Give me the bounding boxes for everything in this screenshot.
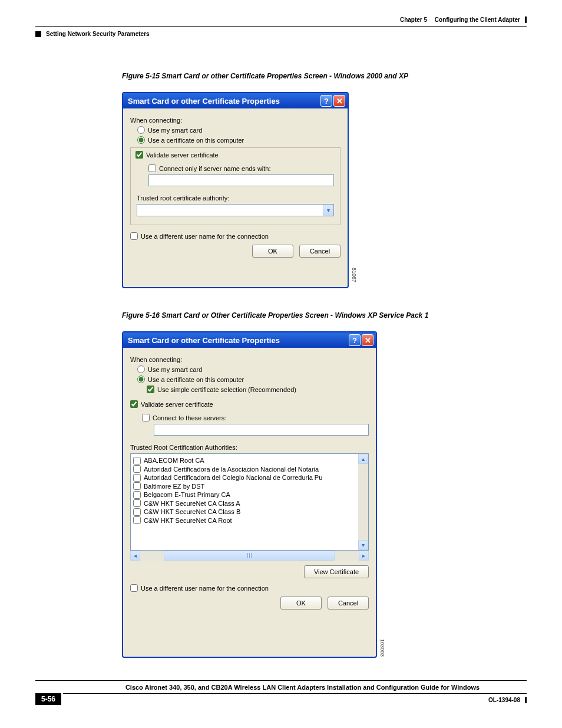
checkbox-diff-username[interactable] (130, 232, 138, 240)
ca-item-label: Autoridad Certificadora del Colegio Naci… (144, 474, 322, 481)
list-item[interactable]: ABA.ECOM Root CA (133, 457, 356, 465)
dialog-cert-props-win2000xp: Smart Card or other Certificate Properti… (122, 92, 349, 288)
server-name-input[interactable] (148, 174, 334, 186)
cancel-button[interactable]: Cancel (299, 245, 340, 258)
chapter-title: Configuring the Client Adapter (435, 17, 520, 23)
ca-item-label: ABA.ECOM Root CA (144, 457, 204, 464)
ca-checkbox[interactable] (133, 516, 141, 524)
ca-item-label: Baltimore EZ by DST (144, 483, 204, 490)
checkbox-validate-server[interactable] (135, 151, 143, 159)
section-marker (35, 31, 41, 37)
checkbox-diff-username[interactable] (130, 584, 138, 592)
radio-cert-computer[interactable] (137, 375, 145, 383)
help-icon[interactable]: ? (320, 95, 332, 107)
radio-smart-card[interactable] (137, 365, 145, 373)
checkbox-connect-only-if-label: Connect only if server name ends with: (159, 165, 271, 172)
radio-cert-computer-label: Use a certificate on this computer (148, 137, 244, 144)
ca-checkbox[interactable] (133, 491, 141, 499)
footer-guide-title: Cisco Aironet 340, 350, and CB20A Wirele… (78, 684, 527, 691)
list-item[interactable]: Baltimore EZ by DST (133, 482, 356, 490)
scroll-up-icon[interactable]: ▴ (358, 454, 368, 464)
list-item[interactable]: C&W HKT SecureNet CA Class B (133, 508, 356, 516)
servers-input[interactable] (154, 424, 369, 436)
titlebar: Smart Card or other Certificate Properti… (123, 93, 348, 108)
ca-checkbox[interactable] (133, 457, 141, 465)
chevron-down-icon[interactable]: ▾ (323, 205, 333, 216)
checkbox-connect-servers[interactable] (142, 414, 150, 421)
ok-button[interactable]: OK (252, 245, 293, 258)
figure-caption-5-15: Figure 5-15 Smart Card or other Certific… (122, 72, 408, 80)
figure-caption-5-16: Figure 5-16 Smart Card or Other Certific… (122, 311, 428, 319)
page-number-badge: 5-56 (35, 693, 61, 705)
dialog-cert-props-xpsp1: Smart Card or other Certificate Properti… (122, 331, 377, 658)
vertical-scrollbar[interactable]: ▴ ▾ (358, 454, 368, 550)
ca-checkbox[interactable] (133, 508, 141, 516)
ca-item-label: C&W HKT SecureNet CA Class A (144, 500, 240, 507)
cancel-button[interactable]: Cancel (328, 597, 369, 610)
radio-smart-card-label: Use my smart card (148, 127, 202, 134)
footer-rule-2 (63, 693, 527, 694)
trusted-root-label: Trusted root certificate authority: (137, 195, 334, 202)
checkbox-connect-servers-label: Connect to these servers: (153, 414, 226, 421)
validate-fieldset: Validate server certificate Connect only… (130, 147, 340, 225)
when-connecting-label: When connecting: (130, 356, 369, 363)
checkbox-validate-server-label: Validate server certificate (146, 151, 219, 159)
radio-smart-card-label: Use my smart card (148, 366, 202, 373)
dialog-title: Smart Card or other Certificate Properti… (128, 336, 280, 345)
view-certificate-button[interactable]: View Certificate (304, 565, 369, 578)
close-icon[interactable]: ✕ (362, 334, 373, 346)
checkbox-simple-selection-label: Use simple certificate selection (Recomm… (157, 386, 296, 393)
ca-item-label: C&W HKT SecureNet CA Root (144, 517, 232, 524)
when-connecting-label: When connecting: (130, 117, 340, 124)
trusted-root-combo[interactable]: ▾ (137, 204, 334, 216)
figure-id-1: 81067 (351, 268, 357, 282)
scroll-thumb[interactable] (164, 551, 335, 561)
chapter-number: Chapter 5 (400, 17, 427, 23)
scroll-right-icon[interactable]: ▸ (359, 551, 369, 561)
help-icon[interactable]: ? (349, 334, 361, 346)
footer-rule (35, 680, 527, 681)
close-icon[interactable]: ✕ (333, 95, 345, 107)
horizontal-scrollbar[interactable]: ◂ ▸ (130, 551, 369, 561)
radio-cert-computer[interactable] (137, 136, 145, 144)
titlebar: Smart Card or other Certificate Properti… (123, 332, 376, 348)
list-item[interactable]: Autoridad Certificadora de la Asociacion… (133, 465, 356, 473)
ca-item-label: Autoridad Certificadora de la Asociacion… (144, 466, 319, 473)
list-item[interactable]: C&W HKT SecureNet CA Root (133, 516, 356, 524)
running-header: Chapter 5 Configuring the Client Adapter (400, 17, 527, 23)
ca-checkbox[interactable] (133, 474, 141, 482)
doc-ol-number: OL-1394-08 (488, 697, 527, 703)
ok-button[interactable]: OK (280, 597, 322, 610)
checkbox-simple-selection[interactable] (147, 386, 154, 393)
list-item[interactable]: Belgacom E-Trust Primary CA (133, 491, 356, 499)
trusted-root-auth-label: Trusted Root Certification Authorities: (130, 444, 369, 451)
section-heading: Setting Network Security Parameters (46, 31, 150, 37)
scroll-down-icon[interactable]: ▾ (358, 540, 368, 550)
ca-item-label: C&W HKT SecureNet CA Class B (144, 508, 240, 515)
trusted-root-listbox[interactable]: ABA.ECOM Root CAAutoridad Certificadora … (130, 453, 369, 551)
checkbox-validate-server-label: Validate server certificate (141, 401, 213, 408)
scroll-left-icon[interactable]: ◂ (130, 551, 140, 561)
list-item[interactable]: C&W HKT SecureNet CA Class A (133, 499, 356, 507)
ca-item-label: Belgacom E-Trust Primary CA (144, 491, 230, 498)
radio-smart-card[interactable] (137, 126, 145, 134)
ca-checkbox[interactable] (133, 499, 141, 507)
radio-cert-computer-label: Use a certificate on this computer (148, 376, 244, 383)
list-item[interactable]: Autoridad Certificadora del Colegio Naci… (133, 474, 356, 482)
header-rule (35, 26, 527, 27)
dialog-title: Smart Card or other Certificate Properti… (128, 97, 280, 106)
ca-checkbox[interactable] (133, 482, 141, 490)
checkbox-diff-username-label: Use a different user name for the connec… (141, 233, 269, 240)
checkbox-validate-server[interactable] (130, 400, 138, 408)
ca-checkbox[interactable] (133, 465, 141, 473)
figure-id-2: 103003 (379, 639, 385, 657)
checkbox-connect-only-if[interactable] (148, 164, 156, 172)
checkbox-diff-username-label: Use a different user name for the connec… (141, 585, 269, 592)
